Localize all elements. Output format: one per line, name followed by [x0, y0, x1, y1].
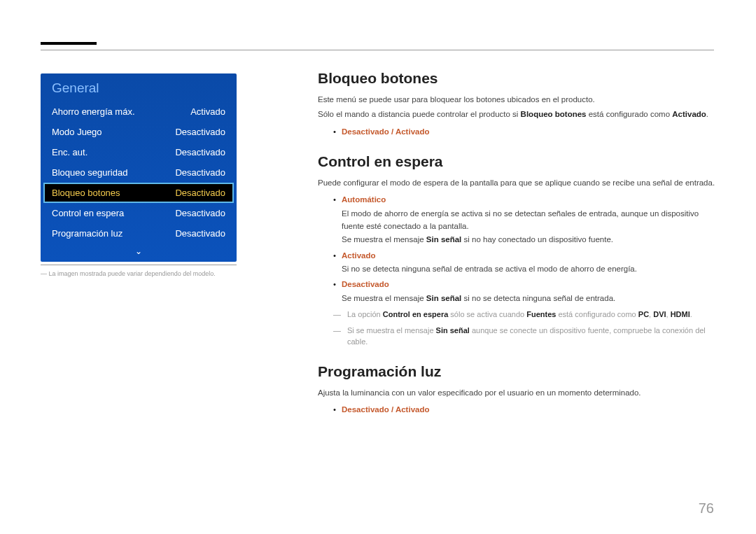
note-sources: La opción Control en espera sólo se acti…: [333, 309, 717, 321]
option-activado: Activado Si no se detecta ninguna señal …: [333, 249, 717, 276]
section-desc-2: Sólo el mando a distancia puede controla…: [318, 108, 717, 120]
page-number: 76: [699, 500, 714, 517]
section-title: Programación luz: [318, 363, 717, 380]
menu-row-bloqueo-seguridad[interactable]: Bloqueo seguridad Desactivado: [41, 162, 237, 183]
option-desactivado: Desactivado Se muestra el mensaje Sin se…: [333, 278, 717, 304]
content-area: Bloqueo botones Este menú se puede usar …: [318, 70, 717, 419]
image-disclaimer: La imagen mostrada puede variar dependie…: [41, 270, 237, 277]
menu-title: General: [41, 73, 237, 101]
menu-value: Desactivado: [175, 208, 225, 218]
menu-value: Activado: [190, 106, 225, 117]
header-rule-thick: [41, 42, 97, 45]
section-title: Bloqueo botones: [318, 70, 717, 87]
option-list-item: Desactivado / Activado: [333, 403, 717, 416]
header-rule: [41, 42, 714, 50]
menu-label: Bloqueo seguridad: [52, 167, 127, 178]
section-desc: Puede configurar el modo de espera de la…: [318, 177, 717, 189]
menu-value: Desactivado: [175, 167, 225, 178]
menu-row-enc-aut[interactable]: Enc. aut. Desactivado: [41, 142, 237, 162]
option-list-item: Desactivado / Activado: [333, 125, 717, 138]
menu-row-bloqueo-botones[interactable]: Bloqueo botones Desactivado: [43, 183, 234, 203]
footnote-rule: [41, 265, 237, 265]
menu-value: Desactivado: [175, 188, 225, 198]
section-title: Control en espera: [318, 153, 717, 170]
menu-label: Enc. aut.: [52, 147, 88, 157]
section-control-espera: Control en espera Puede configurar el mo…: [318, 153, 717, 348]
section-desc: Este menú se puede usar para bloquear lo…: [318, 94, 717, 106]
menu-label: Ahorro energía máx.: [52, 106, 135, 117]
menu-label: Bloqueo botones: [52, 188, 120, 198]
menu-label: Control en espera: [52, 208, 124, 218]
option-automatico: Automático El modo de ahorro de energía …: [333, 193, 717, 246]
menu-value: Desactivado: [175, 147, 225, 157]
osd-menu-panel: General Ahorro energía máx. Activado Mod…: [41, 73, 237, 262]
scroll-down-icon[interactable]: ⌄: [41, 244, 237, 258]
menu-label: Programación luz: [52, 228, 122, 239]
menu-row-control-espera[interactable]: Control en espera Desactivado: [41, 203, 237, 223]
menu-value: Desactivado: [175, 127, 225, 137]
menu-row-programacion-luz[interactable]: Programación luz Desactivado: [41, 223, 237, 244]
menu-row-juego[interactable]: Modo Juego Desactivado: [41, 122, 237, 142]
section-programacion-luz: Programación luz Ajusta la luminancia co…: [318, 363, 717, 416]
section-bloqueo-botones: Bloqueo botones Este menú se puede usar …: [318, 70, 717, 138]
section-desc: Ajusta la luminancia con un valor especi…: [318, 387, 717, 399]
menu-row-ahorro[interactable]: Ahorro energía máx. Activado: [41, 101, 237, 122]
menu-label: Modo Juego: [52, 127, 102, 137]
note-cable: Si se muestra el mensaje Sin señal aunqu…: [333, 325, 717, 348]
menu-value: Desactivado: [175, 228, 225, 239]
